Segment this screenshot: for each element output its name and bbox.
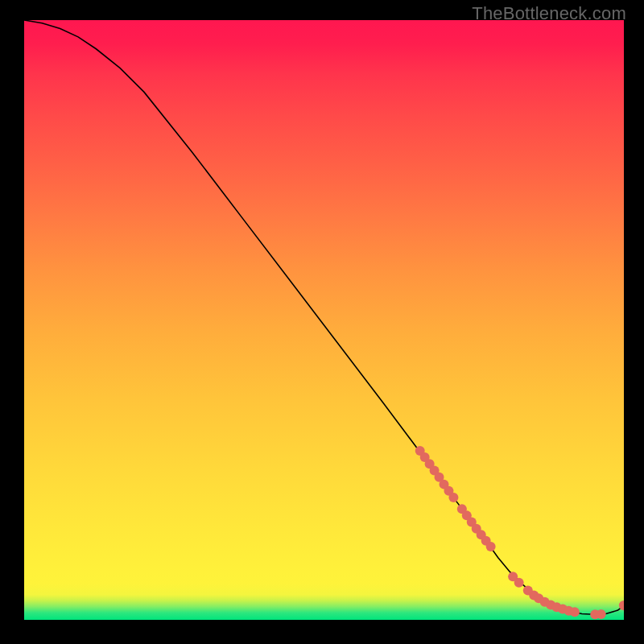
data-dot xyxy=(486,542,496,551)
data-dot xyxy=(448,493,458,502)
curve-svg xyxy=(24,20,624,620)
data-dots xyxy=(415,446,624,619)
data-dot xyxy=(597,609,606,619)
data-dot xyxy=(514,578,524,588)
chart-stage: TheBottleneck.com xyxy=(0,0,644,644)
bottleneck-curve xyxy=(24,20,624,614)
data-dot xyxy=(570,607,580,617)
plot-area xyxy=(24,20,624,620)
